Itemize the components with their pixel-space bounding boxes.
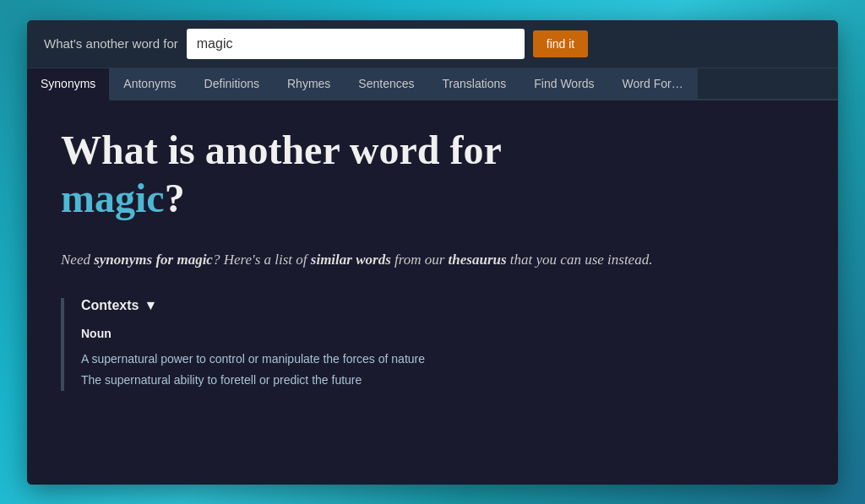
search-label: What's another word for xyxy=(44,36,178,51)
page-title: What is another word for magic? xyxy=(61,126,804,223)
desc-mid2: from our xyxy=(391,252,449,268)
contexts-header[interactable]: Contexts ▼ xyxy=(81,298,804,313)
tab-synonyms[interactable]: Synonyms xyxy=(27,68,110,100)
tab-find-words[interactable]: Find Words xyxy=(520,68,608,99)
search-bar: What's another word for find it xyxy=(27,20,838,68)
tab-antonyms[interactable]: Antonyms xyxy=(110,68,190,99)
title-suffix: ? xyxy=(165,176,185,220)
desc-intro: Need xyxy=(61,252,94,268)
tab-rhymes[interactable]: Rhymes xyxy=(274,68,345,99)
contexts-arrow: ▼ xyxy=(144,298,157,313)
tab-definitions[interactable]: Definitions xyxy=(191,68,274,99)
contexts-section: Contexts ▼ Noun A supernatural power to … xyxy=(61,298,804,391)
desc-strong1: synonyms for magic xyxy=(94,252,213,268)
definition-item-1: A supernatural power to control or manip… xyxy=(81,349,804,370)
desc-strong2: similar words xyxy=(311,252,391,268)
tab-translations[interactable]: Translations xyxy=(429,68,521,99)
search-input[interactable] xyxy=(187,29,525,59)
main-window: What's another word for find it Synonyms… xyxy=(27,20,838,485)
description-text: Need synonyms for magic? Here's a list o… xyxy=(61,248,753,273)
desc-strong3: thesaurus xyxy=(449,252,507,268)
tab-sentences[interactable]: Sentences xyxy=(345,68,428,99)
find-button[interactable]: find it xyxy=(533,30,588,57)
noun-label: Noun xyxy=(81,327,804,340)
contexts-content: Noun A supernatural power to control or … xyxy=(81,327,804,391)
title-word: magic xyxy=(61,176,165,220)
contexts-label: Contexts xyxy=(81,298,139,313)
desc-end: that you can use instead. xyxy=(507,252,653,268)
title-prefix: What is another word for xyxy=(61,127,502,172)
tab-word-forms[interactable]: Word For… xyxy=(609,68,698,99)
content-area: What is another word for magic? Need syn… xyxy=(27,100,838,485)
definition-item-2: The supernatural ability to foretell or … xyxy=(81,370,804,391)
desc-mid1: ? Here's a list of xyxy=(213,252,311,268)
nav-tabs: Synonyms Antonyms Definitions Rhymes Sen… xyxy=(27,68,838,100)
